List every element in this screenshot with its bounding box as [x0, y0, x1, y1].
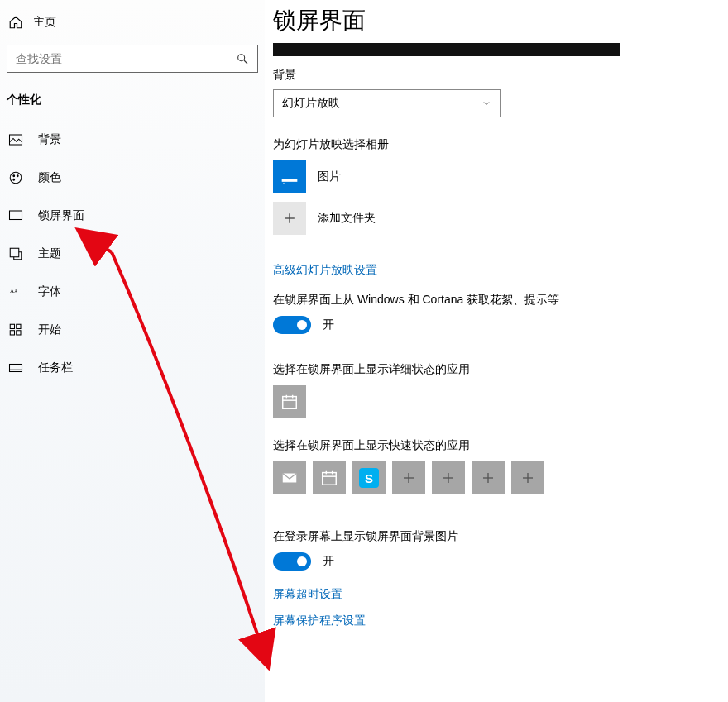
svg-text:A: A — [10, 288, 14, 294]
lockscreen-preview — [273, 43, 620, 56]
svg-rect-12 — [10, 324, 14, 328]
quick-app-tile-mail[interactable] — [273, 461, 306, 494]
lockscreen-icon — [8, 208, 23, 223]
svg-rect-13 — [17, 324, 21, 328]
quick-app-tile-add-2[interactable] — [432, 461, 465, 494]
picture-icon — [8, 132, 23, 147]
palette-icon — [8, 170, 23, 185]
svg-rect-9 — [10, 248, 19, 257]
login-bg-toggle[interactable] — [273, 552, 311, 571]
quick-app-tile-calendar[interactable] — [313, 461, 346, 494]
quick-app-tile-add-1[interactable] — [392, 461, 425, 494]
sidebar-item-label: 锁屏界面 — [38, 208, 84, 223]
login-bg-label: 在登录屏幕上显示锁屏界面背景图片 — [273, 529, 720, 544]
quick-app-label: 选择在锁屏界面上显示快速状态的应用 — [273, 438, 720, 453]
svg-point-0 — [238, 55, 245, 61]
svg-point-4 — [13, 175, 15, 177]
pictures-folder-tile — [273, 160, 306, 193]
dropdown-value: 幻灯片放映 — [282, 96, 340, 111]
svg-point-5 — [17, 175, 18, 177]
svg-point-3 — [10, 172, 22, 184]
toggle-on-label: 开 — [323, 318, 334, 332]
themes-icon — [8, 246, 23, 261]
sidebar-item-start[interactable]: 开始 — [5, 313, 260, 347]
background-dropdown[interactable]: 幻灯片放映 — [273, 89, 500, 117]
sidebar-item-label: 任务栏 — [38, 361, 73, 375]
sidebar-item-fonts[interactable]: AA 字体 — [5, 275, 260, 309]
quick-app-tile-skype[interactable]: S — [352, 461, 386, 494]
sidebar-item-label: 背景 — [38, 132, 61, 147]
sidebar-item-lockscreen[interactable]: 锁屏界面 — [5, 198, 260, 233]
page-title: 锁屏界面 — [273, 5, 720, 36]
svg-line-1 — [244, 60, 247, 64]
sidebar-item-label: 开始 — [38, 322, 61, 337]
svg-rect-14 — [10, 331, 14, 335]
search-icon — [236, 52, 249, 65]
toggle-on-label-2: 开 — [323, 554, 334, 569]
sidebar-item-label: 主题 — [38, 246, 61, 261]
screensaver-link[interactable]: 屏幕保护程序设置 — [273, 614, 366, 628]
skype-icon: S — [359, 468, 379, 488]
svg-text:A: A — [14, 289, 17, 294]
sidebar: 主页 个性化 背景 颜色 锁屏界面 — [0, 0, 265, 702]
svg-rect-16 — [10, 365, 22, 372]
add-folder-tile[interactable] — [273, 202, 306, 235]
sidebar-item-label: 颜色 — [38, 170, 61, 185]
home-label: 主页 — [33, 15, 56, 30]
svg-rect-22 — [283, 397, 297, 409]
search-input-container[interactable] — [7, 45, 258, 73]
screen-timeout-link[interactable]: 屏幕超时设置 — [273, 587, 342, 602]
sidebar-item-label: 字体 — [38, 284, 61, 299]
windows-cortana-toggle[interactable] — [273, 316, 311, 334]
advanced-slideshow-link[interactable]: 高级幻灯片放映设置 — [273, 263, 377, 278]
svg-rect-26 — [323, 473, 337, 485]
chevron-down-icon — [481, 98, 491, 108]
home-icon — [8, 15, 23, 30]
background-label: 背景 — [273, 68, 720, 83]
sidebar-item-taskbar[interactable]: 任务栏 — [5, 351, 260, 385]
sidebar-item-themes[interactable]: 主题 — [5, 236, 260, 271]
start-icon — [8, 322, 23, 337]
svg-rect-2 — [10, 135, 22, 145]
section-title: 个性化 — [5, 88, 260, 119]
svg-point-19 — [283, 183, 285, 184]
sidebar-item-background[interactable]: 背景 — [5, 122, 260, 157]
sidebar-item-colors[interactable]: 颜色 — [5, 160, 260, 195]
svg-rect-7 — [10, 211, 22, 220]
detailed-app-tile-calendar[interactable] — [273, 385, 306, 418]
home-button[interactable]: 主页 — [5, 8, 260, 36]
album-pictures-row[interactable]: 图片 — [273, 160, 720, 193]
quick-app-tile-add-3[interactable] — [472, 461, 505, 494]
quick-app-tile-add-4[interactable] — [511, 461, 544, 494]
svg-rect-15 — [17, 331, 21, 335]
album-pictures-label: 图片 — [318, 170, 341, 184]
album-add-row[interactable]: 添加文件夹 — [273, 202, 720, 235]
album-label: 为幻灯片放映选择相册 — [273, 137, 720, 152]
album-add-label: 添加文件夹 — [318, 211, 376, 226]
fonts-icon: AA — [8, 284, 23, 299]
svg-point-6 — [13, 179, 15, 180]
detailed-app-label: 选择在锁屏界面上显示详细状态的应用 — [273, 362, 720, 377]
svg-rect-18 — [282, 179, 298, 182]
taskbar-icon — [8, 361, 23, 375]
windows-cortana-label: 在锁屏界面上从 Windows 和 Cortana 获取花絮、提示等 — [273, 293, 720, 308]
search-input[interactable] — [16, 52, 236, 65]
main-content: 锁屏界面 背景 幻灯片放映 为幻灯片放映选择相册 图片 添加文件夹 高级幻灯片放… — [265, 0, 728, 702]
